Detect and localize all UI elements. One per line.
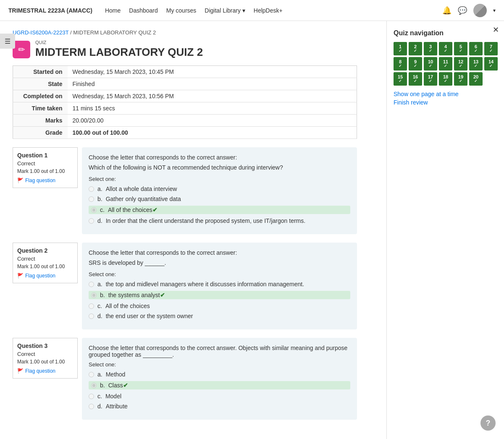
nav-btn-9[interactable]: 9✓ <box>409 57 422 71</box>
radio-2-0[interactable] <box>89 282 94 287</box>
show-one-page-link[interactable]: Show one page at a time <box>394 91 497 97</box>
info-row-state: State Finished <box>13 78 357 90</box>
state-value: Finished <box>68 78 357 90</box>
nav-btn-17[interactable]: 17✓ <box>424 72 437 86</box>
question-mark-1: Mark 1.00 out of 1.00 <box>17 168 73 174</box>
started-on-value: Wednesday, 15 March 2023, 10:45 PM <box>68 66 357 78</box>
nav-btn-7[interactable]: 7✓ <box>484 42 498 55</box>
question-title-2: Question 2 <box>17 247 73 254</box>
flag-icon: 🚩 <box>17 368 24 374</box>
option-2-2: c. All of the choices <box>89 303 350 309</box>
chat-icon[interactable]: 💬 <box>458 6 467 15</box>
flag-question-2[interactable]: 🚩 Flag question <box>17 273 73 279</box>
radio-1-0[interactable] <box>89 186 94 192</box>
bell-icon[interactable]: 🔔 <box>442 6 452 15</box>
radio-3-1[interactable] <box>91 383 97 388</box>
nav-btn-12[interactable]: 12✓ <box>454 57 467 71</box>
nav-btn-13[interactable]: 13✓ <box>469 57 483 71</box>
nav-links: Home Dashboard My courses Digital Librar… <box>105 7 283 14</box>
options-list-2: a. the top and midlevel managers where i… <box>89 281 350 319</box>
quiz-nav-panel: ✕ Quiz navigation 1✓2✓3✓4✓5✓6✓7✓8✓9✓10✓1… <box>386 21 504 436</box>
radio-2-3[interactable] <box>89 314 94 319</box>
option-letter: c. <box>100 206 105 213</box>
option-text: Allot a whole data interview <box>106 186 177 192</box>
option-letter: d. <box>97 403 102 410</box>
quiz-icon: ✏ <box>13 41 30 58</box>
user-menu-arrow[interactable]: ▾ <box>493 8 496 13</box>
avatar[interactable] <box>473 4 487 17</box>
nav-btn-15[interactable]: 15✓ <box>394 72 407 86</box>
flag-question-1[interactable]: 🚩 Flag question <box>17 178 73 183</box>
option-3-0: a. Method <box>89 371 350 378</box>
nav-home[interactable]: Home <box>105 7 121 14</box>
nav-btn-8[interactable]: 8✓ <box>394 57 407 71</box>
question-sidebar-1: Question 1 Correct Mark 1.00 out of 1.00… <box>13 147 78 188</box>
option-letter: b. <box>97 196 102 202</box>
radio-2-2[interactable] <box>89 303 94 309</box>
close-icon[interactable]: ✕ <box>493 25 499 34</box>
question-mark-3: Mark 1.00 out of 1.00 <box>17 359 73 365</box>
radio-1-1[interactable] <box>89 196 94 202</box>
option-2-3: d. the end user or the system owner <box>89 313 350 319</box>
option-text: Class✔ <box>108 382 128 389</box>
radio-1-3[interactable] <box>89 218 94 224</box>
nav-btn-19[interactable]: 19✓ <box>454 72 467 86</box>
option-text: the top and midlevel managers where it d… <box>106 281 304 287</box>
nav-btn-5[interactable]: 5✓ <box>454 42 467 55</box>
option-letter: c. <box>97 393 102 400</box>
option-2-0: a. the top and midlevel managers where i… <box>89 281 350 287</box>
nav-helpdesk[interactable]: HelpDesk+ <box>254 7 283 14</box>
nav-btn-3[interactable]: 3✓ <box>424 42 437 55</box>
radio-2-1[interactable] <box>91 293 97 298</box>
option-1-1: b. Gather only quantitative data <box>89 196 350 202</box>
info-row-marks: Marks 20.00/20.00 <box>13 115 357 127</box>
option-letter: d. <box>97 313 102 319</box>
nav-dashboard[interactable]: Dashboard <box>129 7 158 14</box>
brand: TRIMESTRAL 2223A (AMACC) <box>8 7 92 14</box>
option-letter: c. <box>97 303 102 309</box>
info-table: Started on Wednesday, 15 March 2023, 10:… <box>13 65 357 139</box>
option-3-2: c. Model <box>89 393 350 400</box>
nav-action-links: Show one page at a time Finish review <box>394 91 497 106</box>
quiz-title: MIDTERM LABORATORY QUIZ 2 <box>35 46 203 59</box>
nav-btn-20[interactable]: 20✓ <box>469 72 483 86</box>
radio-3-2[interactable] <box>89 394 94 399</box>
option-letter: a. <box>97 186 102 192</box>
nav-my-courses[interactable]: My courses <box>166 7 197 14</box>
content-area: UGRD-IS6200A-2223T / MIDTERM LABORATORY … <box>0 21 370 436</box>
radio-1-2[interactable] <box>91 207 97 213</box>
time-taken-label: Time taken <box>13 102 68 115</box>
nav-btn-11[interactable]: 11✓ <box>439 57 452 71</box>
breadcrumb-course[interactable]: UGRD-IS6200A-2223T <box>13 29 68 36</box>
question-3: Question 3 Correct Mark 1.00 out of 1.00… <box>13 338 357 420</box>
option-1-0: a. Allot a whole data interview <box>89 186 350 192</box>
option-text: All of the choices <box>105 303 150 309</box>
nav-btn-18[interactable]: 18✓ <box>439 72 452 86</box>
grade-value: 100.00 out of 100.00 <box>68 127 357 139</box>
options-list-1: a. Allot a whole data interview b. Gathe… <box>89 186 350 224</box>
nav-btn-2[interactable]: 2✓ <box>409 42 422 55</box>
radio-3-0[interactable] <box>89 372 94 377</box>
question-status-2: Correct <box>17 256 73 262</box>
question-instruction-1: Choose the letter that corresponds to th… <box>89 154 350 161</box>
menu-icon: ☰ <box>5 37 10 45</box>
nav-btn-16[interactable]: 16✓ <box>409 72 422 86</box>
flag-icon: 🚩 <box>17 273 24 279</box>
nav-btn-4[interactable]: 4✓ <box>439 42 452 55</box>
breadcrumb-page: MIDTERM LABORATORY QUIZ 2 <box>73 29 156 36</box>
info-row-time: Time taken 11 mins 15 secs <box>13 102 357 115</box>
finish-review-link[interactable]: Finish review <box>394 99 497 106</box>
radio-3-3[interactable] <box>89 404 94 409</box>
question-text-1: Which of the following is NOT a recommen… <box>89 164 350 171</box>
nav-btn-6[interactable]: 6✓ <box>469 42 483 55</box>
nav-digital-library[interactable]: Digital Library ▾ <box>205 7 245 14</box>
question-body-3: Choose the letter that corresponds to th… <box>82 338 357 420</box>
flag-question-3[interactable]: 🚩 Flag question <box>17 368 73 374</box>
quiz-nav-title: Quiz navigation <box>394 29 497 37</box>
nav-btn-1[interactable]: 1✓ <box>394 42 407 55</box>
sidebar-toggle[interactable]: ☰ <box>0 34 15 49</box>
help-button[interactable]: ? <box>480 415 496 431</box>
nav-btn-14[interactable]: 14✓ <box>484 57 498 71</box>
grade-label: Grade <box>13 127 68 139</box>
nav-btn-10[interactable]: 10✓ <box>424 57 437 71</box>
